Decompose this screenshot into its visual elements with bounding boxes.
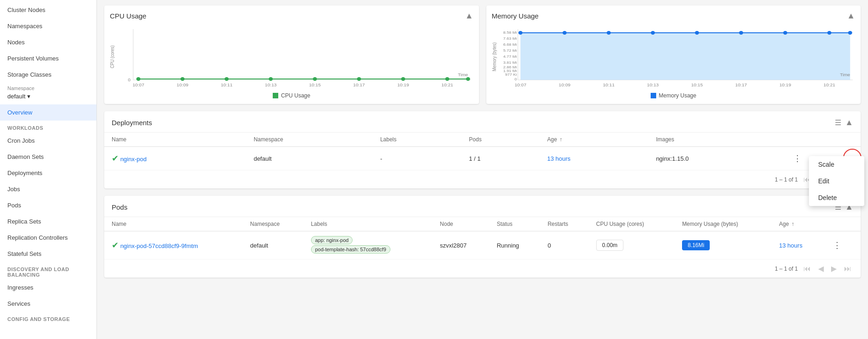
pods-header-row: Name Namespace Labels Node Status Restar… — [104, 217, 861, 231]
pod-col-namespace: Namespace — [243, 217, 304, 231]
svg-text:0: 0 — [514, 77, 516, 81]
deployments-footer: 1 – 1 of 1 ⏮ ◀ ▶ ⏭ — [104, 170, 861, 188]
sidebar-item-ingresses[interactable]: Ingresses — [0, 279, 96, 296]
deployments-filter-icon[interactable]: ☰ — [835, 118, 841, 127]
cpu-chart-title: CPU Usage — [110, 12, 146, 20]
sidebar-item-replication-controllers[interactable]: Replication Controllers — [0, 230, 96, 246]
svg-point-12 — [445, 77, 449, 81]
cpu-chart-legend: CPU Usage — [110, 92, 473, 99]
context-menu-delete[interactable]: Delete — [809, 189, 864, 206]
sidebar-item-jobs[interactable]: Jobs — [0, 181, 96, 197]
col-namespace: Namespace — [246, 133, 373, 147]
pods-last-page-btn[interactable]: ⏭ — [842, 264, 853, 274]
deployment-menu-btn[interactable]: ⋮ — [791, 151, 803, 165]
pod-menu-cell: ⋮ — [824, 231, 861, 260]
sidebar-item-pods[interactable]: Pods — [0, 197, 96, 213]
svg-text:10:19: 10:19 — [779, 83, 790, 87]
namespace-select[interactable]: default ▾ — [7, 93, 89, 100]
pod-name-link[interactable]: nginx-pod-57ccd88cf9-9fmtm — [120, 242, 198, 249]
svg-point-43 — [783, 31, 787, 35]
svg-text:10:07: 10:07 — [515, 83, 526, 87]
pods-card: Pods ☰ ▲ Name Namespace Labels Node Stat… — [104, 196, 861, 278]
svg-text:10:15: 10:15 — [309, 83, 321, 87]
pod-age-link[interactable]: 13 hours — [779, 242, 802, 249]
deployments-header-row: Name Namespace Labels Pods Age ↑ Images — [104, 133, 861, 147]
pod-label-app: app: nginx-pod — [311, 236, 353, 244]
pod-col-age: Age ↑ — [772, 217, 824, 231]
pod-col-memory: Memory Usage (bytes) — [675, 217, 772, 231]
col-name: Name — [104, 133, 246, 147]
svg-point-38 — [563, 31, 567, 35]
deployment-pods: 1 / 1 — [461, 147, 540, 170]
svg-point-11 — [401, 77, 405, 81]
pod-age: 13 hours — [772, 231, 824, 260]
deployments-header: Deployments ☰ ▲ — [104, 111, 861, 133]
sidebar-item-persistent-volumes[interactable]: Persistent Volumes — [0, 50, 96, 67]
deployments-collapse-btn[interactable]: ▲ — [845, 118, 853, 127]
sidebar-item-namespaces[interactable]: Namespaces — [0, 18, 96, 34]
pod-menu-btn[interactable]: ⋮ — [831, 238, 843, 252]
pods-pagination: 1 – 1 of 1 — [775, 266, 798, 272]
svg-text:8.58 Mi: 8.58 Mi — [503, 30, 517, 34]
pod-age-sort-icon: ↑ — [791, 221, 794, 227]
memory-chart-legend: Memory Usage — [492, 92, 856, 99]
svg-point-7 — [225, 77, 229, 81]
pod-memory: 8.16Mi — [675, 231, 772, 260]
deployments-title: Deployments — [112, 119, 152, 127]
svg-text:7.63 Mi: 7.63 Mi — [503, 36, 517, 40]
sidebar-item-cron-jobs[interactable]: Cron Jobs — [0, 133, 96, 149]
svg-text:3.81 Mi: 3.81 Mi — [503, 60, 517, 64]
namespace-value: default — [7, 93, 25, 100]
svg-point-42 — [739, 31, 743, 35]
cpu-legend-dot — [273, 93, 278, 98]
cpu-chart-collapse-btn[interactable]: ▲ — [465, 11, 473, 21]
pod-col-actions — [824, 217, 861, 231]
deployment-name-link[interactable]: nginx-pod — [120, 156, 147, 163]
deployment-age-link[interactable]: 13 hours — [547, 155, 571, 162]
context-menu-edit[interactable]: Edit — [809, 173, 864, 189]
memory-chart-collapse-btn[interactable]: ▲ — [847, 11, 855, 21]
cpu-chart-card: CPU Usage ▲ CPU (cores) 0 — [104, 6, 479, 104]
svg-text:6.68 Mi: 6.68 Mi — [503, 42, 517, 46]
pod-cpu-value: 0.00m — [596, 240, 623, 251]
pods-next-page-btn[interactable]: ▶ — [829, 263, 838, 274]
sidebar-item-overview[interactable]: Overview — [0, 104, 96, 121]
pod-labels: app: nginx-pod pod-template-hash: 57ccd8… — [304, 231, 433, 260]
deployment-age: 13 hours — [540, 147, 649, 170]
main-content: CPU Usage ▲ CPU (cores) 0 — [97, 0, 868, 339]
sidebar-item-cluster-nodes[interactable]: Cluster Nodes — [0, 2, 96, 18]
context-menu-scale[interactable]: Scale — [809, 156, 864, 173]
pod-memory-value: 8.16Mi — [682, 240, 710, 250]
table-row: ✔ nginx-pod default - 1 / 1 13 hours ngi… — [104, 147, 861, 170]
svg-text:Time: Time — [840, 73, 850, 77]
table-row: ✔ nginx-pod-57ccd88cf9-9fmtm default app… — [104, 231, 861, 260]
pods-header: Pods ☰ ▲ — [104, 196, 861, 217]
pod-cpu: 0.00m — [589, 231, 675, 260]
svg-marker-36 — [520, 33, 850, 80]
sidebar-item-services[interactable]: Services — [0, 296, 96, 312]
svg-point-41 — [694, 31, 699, 35]
status-ok-icon: ✔ — [112, 154, 119, 163]
memory-legend-dot — [651, 93, 656, 98]
pods-title: Pods — [112, 203, 127, 211]
sidebar-item-replica-sets[interactable]: Replica Sets — [0, 213, 96, 230]
svg-point-13 — [466, 77, 470, 81]
pods-prev-page-btn[interactable]: ◀ — [816, 263, 826, 274]
pod-col-name: Name — [104, 217, 243, 231]
pods-first-page-btn[interactable]: ⏮ — [802, 264, 813, 274]
sidebar-item-nodes[interactable]: Nodes — [0, 34, 96, 50]
cpu-chart-header: CPU Usage ▲ — [110, 11, 473, 21]
pod-status: Running — [489, 231, 540, 260]
svg-text:10:09: 10:09 — [558, 83, 570, 87]
sidebar-item-daemon-sets[interactable]: Daemon Sets — [0, 149, 96, 165]
pods-table: Name Namespace Labels Node Status Restar… — [104, 217, 861, 260]
sidebar-item-deployments[interactable]: Deployments — [0, 165, 96, 181]
svg-text:Time: Time — [458, 73, 468, 77]
pod-col-node: Node — [432, 217, 489, 231]
sidebar-item-stateful-sets[interactable]: Stateful Sets — [0, 246, 96, 262]
svg-text:10:09: 10:09 — [177, 83, 188, 87]
sidebar-item-storage-classes[interactable]: Storage Classes — [0, 67, 96, 83]
svg-text:10:11: 10:11 — [221, 83, 232, 87]
svg-point-45 — [848, 31, 852, 35]
svg-text:10:13: 10:13 — [647, 83, 658, 87]
